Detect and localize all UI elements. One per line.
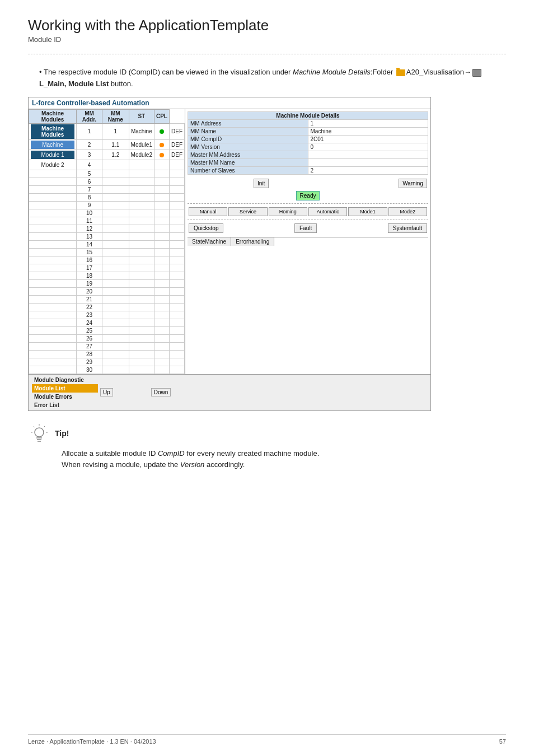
- footer-right: 57: [499, 738, 506, 745]
- mode-button[interactable]: Mode1: [348, 207, 387, 216]
- divider: [28, 54, 506, 54]
- bottom-nav: Module DiagnosticModule ListModule Error…: [29, 374, 430, 410]
- table-row: 17: [29, 264, 185, 272]
- table-row: 19: [29, 279, 185, 287]
- status-green-icon: [160, 129, 164, 134]
- table-row: 25: [29, 326, 185, 334]
- tip-icon: [28, 423, 50, 446]
- table-row: 10: [29, 209, 185, 217]
- warning-button[interactable]: Warning: [399, 179, 427, 188]
- tip-text: Allocate a suitable module ID CompID for…: [62, 448, 506, 472]
- page-title: Working with the ApplicationTemplate: [28, 17, 506, 34]
- col-mm-addr: MM Addr.: [77, 109, 102, 123]
- tip-label: Tip!: [55, 429, 69, 438]
- table-row: 23: [29, 311, 185, 319]
- col-machine-modules: Machine Modules: [29, 109, 77, 123]
- col-cpl: CPL: [154, 109, 169, 123]
- table-row: Module 24: [29, 160, 185, 170]
- sidebar-item[interactable]: Module 2: [31, 161, 74, 169]
- table-row: 27: [29, 342, 185, 350]
- table-row: 13: [29, 232, 185, 240]
- detail-row: MM CompID2C01: [188, 135, 428, 143]
- sidebar-bottom-item[interactable]: Module Diagnostic: [32, 376, 98, 384]
- lforce-header: L-force Controller-based Automation: [29, 97, 430, 109]
- svg-line-8: [34, 426, 35, 427]
- detail-row: Master MM Address: [188, 151, 428, 158]
- table-row: 5: [29, 170, 185, 178]
- detail-row: MM NameMachine: [188, 127, 428, 135]
- table-row: Machine21.1Module1DEF: [29, 139, 185, 150]
- col-st: ST: [129, 109, 154, 123]
- col-mm-name: MM Name: [102, 109, 129, 123]
- table-row: Module 131.2Module2DEF: [29, 150, 185, 160]
- table-row: 6: [29, 178, 185, 185]
- up-button[interactable]: Up: [100, 388, 113, 396]
- table-row: 22: [29, 303, 185, 311]
- status-orange-icon: [160, 153, 164, 157]
- table-row: 9: [29, 201, 185, 209]
- intro-paragraph: The respective module ID (CompID) can be…: [39, 67, 506, 90]
- mode-button[interactable]: Service: [228, 207, 267, 216]
- mode-separator: [188, 220, 428, 220]
- table-row: 8: [29, 193, 185, 201]
- lforce-body: Machine Modules MM Addr. MM Name ST CPL …: [29, 109, 430, 374]
- table-row: 30: [29, 366, 185, 374]
- sidebar-item[interactable]: Module 1: [31, 151, 74, 159]
- table-row: 11: [29, 217, 185, 225]
- mode-button[interactable]: Automatic: [308, 207, 347, 216]
- table-row: 14: [29, 240, 185, 248]
- page-subtitle: Module ID: [28, 35, 506, 44]
- table-row: 16: [29, 256, 185, 264]
- footer-left: Lenze · ApplicationTemplate · 1.3 EN · 0…: [28, 738, 156, 745]
- status-area: Init Warning: [188, 177, 428, 190]
- fault-button[interactable]: Quickstop: [189, 223, 223, 233]
- bottom-tab[interactable]: StateMachine: [188, 237, 231, 246]
- table-row: Machine Modules11MachineDEF: [29, 123, 185, 139]
- detail-row: Master MM Name: [188, 158, 428, 166]
- down-button[interactable]: Down: [151, 388, 171, 396]
- fault-buttons: QuickstopFaultSystemfault: [188, 222, 428, 235]
- table-row: 7: [29, 185, 185, 193]
- table-row: 29: [29, 358, 185, 366]
- right-panel: Machine Module Details MM Address1MM Nam…: [185, 109, 430, 374]
- sidebar-item[interactable]: Machine: [31, 141, 74, 149]
- mode-button[interactable]: Manual: [189, 207, 227, 216]
- sidebar-bottom-item[interactable]: Module List: [32, 384, 98, 393]
- svg-line-5: [44, 426, 45, 427]
- status-orange-icon: [160, 143, 164, 147]
- detail-row: MM Version0: [188, 143, 428, 151]
- tip-section: Tip!: [28, 423, 506, 446]
- sidebar-bottom-item[interactable]: Error List: [32, 401, 98, 409]
- status-separator: [188, 203, 428, 204]
- mode-buttons: ManualServiceHomingAutomaticMode1Mode2: [188, 206, 428, 218]
- table-row: 26: [29, 334, 185, 342]
- detail-row: MM Address1: [188, 119, 428, 127]
- svg-point-0: [35, 428, 44, 437]
- ready-button[interactable]: Ready: [296, 191, 320, 200]
- fault-button[interactable]: Fault: [294, 223, 317, 233]
- mode-button[interactable]: Homing: [269, 207, 307, 216]
- init-button[interactable]: Init: [254, 179, 269, 188]
- bottom-tabs: StateMachineErrorhandling: [188, 237, 428, 246]
- folder-icon: [396, 69, 405, 76]
- table-row: 15: [29, 248, 185, 256]
- bottom-tab[interactable]: Errorhandling: [231, 237, 274, 246]
- left-panel: Machine Modules MM Addr. MM Name ST CPL …: [29, 109, 185, 374]
- sidebar-bottom-item[interactable]: Module Errors: [32, 393, 98, 401]
- table-row: 20: [29, 287, 185, 295]
- details-title: Machine Module Details: [188, 111, 428, 119]
- fault-button[interactable]: Systemfault: [388, 223, 427, 233]
- mode-button[interactable]: Mode2: [388, 207, 427, 216]
- sidebar-bottom-labels: Module DiagnosticModule ListModule Error…: [31, 376, 98, 409]
- table-row: 12: [29, 225, 185, 232]
- mm-table: Machine Modules MM Addr. MM Name ST CPL …: [29, 109, 185, 374]
- table-row: 18: [29, 272, 185, 279]
- table-row: 28: [29, 350, 185, 358]
- lforce-panel: L-force Controller-based Automation Mach…: [28, 97, 431, 411]
- table-row: 21: [29, 295, 185, 303]
- detail-row: Number of Slaves2: [188, 166, 428, 174]
- sidebar-item[interactable]: Machine Modules: [31, 124, 74, 139]
- table-row: 24: [29, 319, 185, 326]
- page-footer: Lenze · ApplicationTemplate · 1.3 EN · 0…: [28, 734, 506, 745]
- nav-buttons: Up Down: [100, 388, 171, 396]
